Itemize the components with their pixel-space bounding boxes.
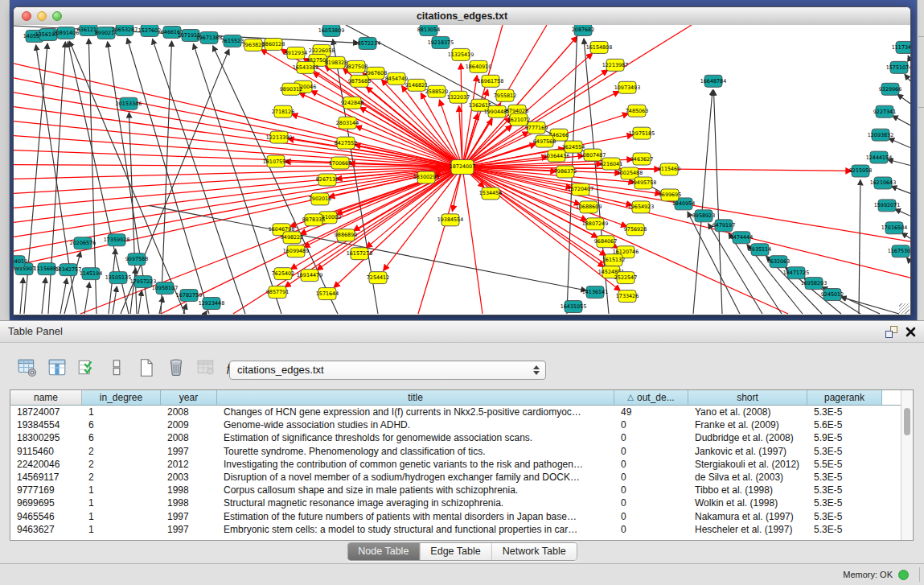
graph-node[interactable]: 7615523 [221,35,244,47]
table-cell[interactable]: 0 [614,484,688,496]
table-cell[interactable]: 2009 [161,418,217,431]
table-cell[interactable]: 0 [614,418,688,431]
table-cell[interactable]: 18300295 [10,431,82,444]
graph-node[interactable]: 16154808 [586,41,612,53]
graph-node[interactable]: 9777169 [525,122,548,134]
table-cell[interactable]: de Silva et al. (2003) [688,471,807,484]
network-canvas[interactable]: 1872400714055721356193720891406636121889… [14,25,910,315]
column-header-in_degree[interactable]: in_degree [82,390,161,406]
graph-edge[interactable] [693,90,713,314]
tab-edge-table[interactable]: Edge Table [420,543,491,560]
show-column-button[interactable] [46,356,68,379]
graph-edge[interactable] [138,290,142,314]
table-row[interactable]: 946554611997Estimation of the future num… [10,510,901,523]
graph-node[interactable]: 8427552 [335,137,357,149]
table-cell[interactable]: 49 [614,406,688,418]
graph-node[interactable]: 10688609 [576,201,602,213]
table-cell[interactable]: 1 [82,496,161,509]
table-cell[interactable]: 1 [82,523,161,536]
table-cell[interactable]: 14569117 [10,471,82,484]
column-header-name[interactable]: name [10,390,82,406]
table-row[interactable]: 946362711997Embryonic stem cells: a mode… [10,523,901,536]
graph-hub-node[interactable]: 18724007 [450,160,475,175]
tab-network-table[interactable]: Network Table [492,543,577,560]
graph-node[interactable]: 1145194 [80,268,102,280]
table-cell[interactable]: 18724007 [10,406,82,418]
table-cell[interactable]: 5.9E-5 [807,431,882,444]
float-panel-icon[interactable] [885,326,897,338]
graph-node[interactable]: 9890312 [280,83,302,95]
table-cell[interactable]: Nakamura et al. (1997) [688,510,807,523]
graph-node[interactable]: 17359928 [104,234,129,246]
graph-node[interactable]: 15751074 [886,61,910,73]
graph-node[interactable]: 9498222 [281,232,303,244]
delete-column-button[interactable] [165,356,187,379]
graph-node[interactable]: 2935114 [749,244,771,256]
column-header-short[interactable]: short [688,390,807,406]
column-header-year[interactable]: year [161,390,217,406]
graph-node[interactable]: 9857791 [266,286,289,299]
table-cell[interactable]: 2012 [161,458,217,471]
new-column-button[interactable] [135,356,157,379]
graph-node[interactable]: 7625402 [272,268,294,280]
table-row[interactable]: 977716911998Corpus callosum shape and si… [10,484,901,496]
column-header-out_de[interactable]: △out_de... [614,390,688,406]
table-cell[interactable]: 5.3E-5 [807,484,882,496]
table-cell[interactable]: 2003 [161,471,217,484]
table-cell[interactable]: Estimation of significance thresholds fo… [217,431,614,444]
column-selector-button[interactable] [105,356,127,379]
table-cell[interactable]: 5.3E-5 [807,510,882,523]
table-row[interactable]: 1830029562008Estimation of significance … [10,431,901,444]
graph-node[interactable]: 11325419 [448,48,474,60]
select-all-rows-button[interactable] [76,356,97,379]
table-cell[interactable]: 5.3E-5 [807,406,882,418]
table-cell[interactable]: 0 [614,458,688,471]
graph-node[interactable]: 9329966 [879,83,901,95]
graph-node[interactable]: 9699695 [659,189,681,201]
graph-edge[interactable] [891,186,910,193]
graph-node[interactable]: 8813054 [417,25,440,35]
table-cell[interactable]: 5.6E-5 [807,418,882,431]
table-row[interactable]: 1938455462009Genome-wide association stu… [10,418,901,431]
graph-node[interactable]: 9463627 [630,153,653,165]
graph-node[interactable]: 8958923 [692,210,715,222]
table-cell[interactable]: 5.3E-5 [807,496,882,509]
window-titlebar[interactable]: citations_edges.txt [14,7,910,26]
table-cell[interactable]: 5.3E-5 [807,471,882,484]
network-table-selector[interactable]: citations_edges.txt [229,360,546,380]
graph-node[interactable]: 6479197 [713,220,735,232]
table-cell[interactable]: 1 [82,510,161,523]
graph-edge[interactable] [20,278,23,314]
table-cell[interactable]: 9463627 [10,523,82,536]
graph-edge[interactable] [311,91,462,167]
table-cell[interactable]: 2 [82,471,161,484]
graph-edge[interactable] [908,56,910,61]
graph-node[interactable]: 1322037 [447,91,470,103]
table-cell[interactable]: Structural magnetic resonance image aver… [217,496,614,509]
scrollbar-thumb[interactable] [904,408,910,435]
graph-edge[interactable] [14,78,462,167]
table-cell[interactable]: 1997 [161,523,217,536]
graph-node[interactable]: 9875685 [348,75,371,87]
graph-node[interactable]: 9227341 [873,105,896,117]
table-cell[interactable]: Yano et al. (2008) [688,406,807,418]
table-cell[interactable]: 0 [614,445,688,458]
table-cell[interactable]: Corpus callosum shape and size in male p… [217,484,614,496]
graph-edge[interactable] [42,278,46,314]
table-cell[interactable]: 9465546 [10,510,82,523]
graph-edge[interactable] [462,167,483,314]
graph-node[interactable]: 8912934 [285,47,307,59]
table-cell[interactable]: Tibbo et al. (1998) [688,484,807,496]
tab-node-table[interactable]: Node Table [347,543,420,560]
graph-node[interactable]: 11173456 [892,41,910,53]
table-row[interactable]: 1872400712008Changes of HCN gene express… [10,406,901,418]
table-cell[interactable]: Changes of HCN gene expression and I(f) … [217,406,614,418]
table-cell[interactable]: Tourette syndrome. Phenomenology and cla… [217,445,614,458]
table-cell[interactable]: 0 [614,496,688,509]
graph-node[interactable]: 8267130 [316,174,339,186]
table-mode-button[interactable] [16,356,38,379]
table-row[interactable]: 911546021997Tourette syndrome. Phenomeno… [10,445,901,458]
graph-edge[interactable] [841,297,899,314]
graph-node[interactable]: 6497568 [533,135,556,147]
graph-node[interactable]: 19384554 [437,214,463,226]
